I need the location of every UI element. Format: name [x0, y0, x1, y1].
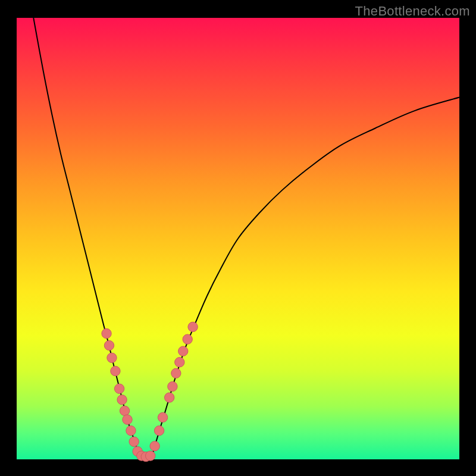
- scatter-dots: [102, 322, 198, 462]
- scatter-dot: [171, 368, 181, 378]
- scatter-dot: [158, 412, 167, 422]
- chart-frame: [17, 18, 459, 459]
- scatter-dot: [168, 381, 177, 391]
- scatter-dot: [183, 334, 192, 344]
- watermark-text: TheBottleneck.com: [355, 4, 470, 19]
- scatter-dot: [104, 340, 114, 350]
- scatter-dot: [146, 451, 155, 461]
- scatter-dot: [178, 346, 188, 356]
- scatter-dot: [123, 415, 132, 424]
- scatter-dot: [129, 437, 139, 446]
- scatter-dot: [114, 384, 124, 393]
- scatter-dot: [120, 406, 129, 415]
- bottleneck-curve: [17, 18, 459, 459]
- curve-right-branch: [152, 98, 459, 458]
- scatter-dot: [164, 393, 174, 402]
- scatter-dot: [175, 358, 184, 367]
- scatter-dot: [102, 328, 111, 338]
- scatter-dot: [154, 426, 164, 436]
- scatter-dot: [150, 441, 159, 451]
- scatter-dot: [188, 322, 198, 331]
- scatter-dot: [117, 395, 127, 405]
- scatter-dot: [111, 366, 120, 375]
- scatter-dot: [126, 426, 136, 436]
- scatter-dot: [107, 353, 117, 362]
